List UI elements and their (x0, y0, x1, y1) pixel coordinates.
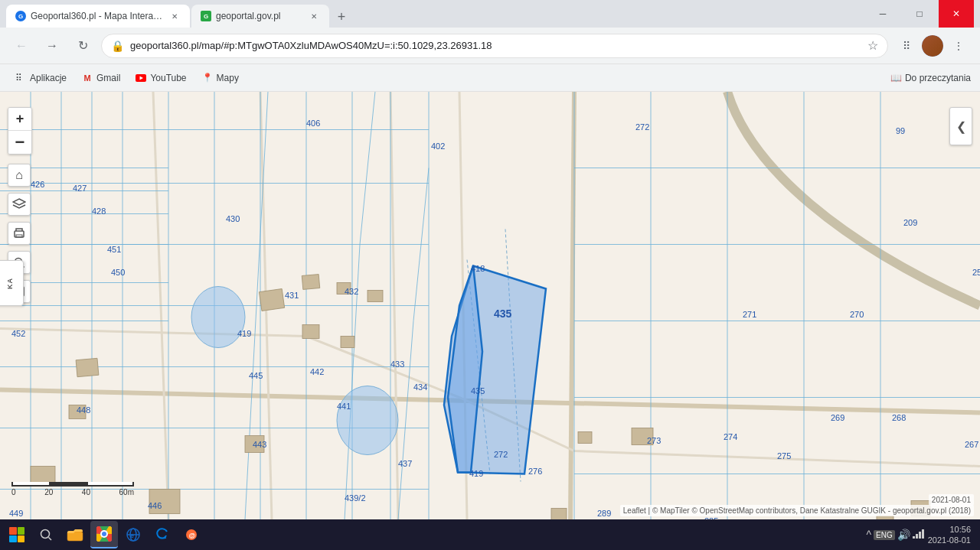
svg-text:268: 268 (892, 413, 906, 422)
forward-button[interactable]: → (40, 34, 64, 58)
map-attribution: Leaflet | © MapTiler © OpenStreetMap con… (620, 505, 974, 516)
taskbar-search-button[interactable] (32, 521, 60, 548)
print-button[interactable] (8, 222, 31, 245)
scale-20: 20 (44, 488, 53, 496)
taskbar-clock[interactable]: 10:56 2021-08-01 (928, 524, 971, 546)
minimize-button[interactable]: ─ (865, 0, 900, 28)
bookmark-gmail[interactable]: M Gmail (76, 68, 126, 88)
reload-button[interactable]: ↻ (70, 34, 95, 58)
zoom-in-button[interactable]: + (8, 108, 31, 131)
clock-date: 2021-08-01 (928, 535, 971, 545)
reading-list-icon: 📖 (890, 73, 902, 83)
taskbar-edge-button[interactable] (149, 521, 176, 548)
svg-point-4 (337, 386, 398, 455)
svg-text:269: 269 (831, 413, 844, 422)
svg-text:276: 276 (528, 467, 542, 476)
svg-text:e: e (130, 532, 134, 539)
svg-text:452: 452 (11, 329, 25, 338)
system-tray: ^ ENG 🔊 (866, 529, 924, 541)
file-explorer-button[interactable] (61, 521, 89, 548)
volume-icon[interactable]: 🔊 (897, 529, 910, 541)
tab-favicon-2: G (201, 11, 211, 21)
windows-logo (9, 527, 24, 542)
map-container[interactable]: 272 99 406 402 426 427 428 430 451 450 4… (0, 92, 980, 519)
taskbar-right: ^ ENG 🔊 10:56 2021-08-01 (866, 524, 977, 546)
url-bar[interactable]: 🔒 geoportal360.pl/map/#p:MTgwOTA0XzluMDA… (101, 34, 888, 58)
svg-text:99: 99 (896, 126, 905, 135)
tab-close-2[interactable]: ✕ (308, 10, 320, 22)
svg-text:435: 435 (494, 308, 512, 320)
svg-text:419: 419 (469, 469, 483, 478)
panel-label: KA (6, 278, 14, 289)
svg-rect-96 (913, 536, 915, 539)
svg-text:443: 443 (253, 440, 266, 449)
language-icon[interactable]: ENG (874, 530, 895, 540)
taskbar-ie-button[interactable]: e (119, 521, 147, 548)
bookmark-mapy[interactable]: 📍 Mapy (196, 68, 245, 88)
home-button[interactable]: ⌂ (8, 164, 31, 187)
svg-text:275: 275 (777, 451, 791, 461)
tab-geoportal-gov[interactable]: G geoportal.gov.pl ✕ (191, 5, 329, 28)
settings-icon[interactable]: ⋮ (946, 34, 971, 58)
svg-text:430: 430 (226, 214, 240, 223)
scale-0: 0 (11, 488, 16, 496)
taskbar-chrome-button[interactable] (90, 521, 118, 548)
back-button[interactable]: ← (9, 34, 34, 58)
svg-rect-99 (922, 529, 924, 539)
svg-text:272: 272 (635, 122, 649, 132)
svg-text:418: 418 (471, 264, 485, 273)
date-stamp: 2021-08-01 (929, 494, 974, 506)
bookmark-star-icon[interactable]: ☆ (867, 38, 878, 53)
bookmarks-bar: ⠿ Aplikacje M Gmail YouTube 📍 Mapy 📖 Do … (0, 64, 980, 92)
scale-40: 40 (82, 488, 90, 496)
svg-text:434: 434 (413, 382, 427, 392)
bookmark-youtube[interactable]: YouTube (129, 68, 192, 88)
scale-60: 60m (119, 488, 134, 496)
bookmark-aplikacje-label: Aplikacje (30, 73, 67, 83)
reading-list[interactable]: 📖 Do przeczytania (890, 73, 971, 83)
close-button[interactable]: ✕ (939, 0, 974, 28)
zoom-out-button[interactable]: − (8, 131, 31, 154)
svg-text:402: 402 (431, 142, 445, 151)
bookmark-mapy-label: Mapy (217, 73, 239, 83)
svg-point-81 (41, 530, 50, 539)
svg-text:433: 433 (390, 360, 404, 369)
svg-rect-98 (919, 532, 921, 539)
taskbar-extra-button[interactable]: @ (178, 521, 205, 548)
svg-text:442: 442 (310, 367, 324, 376)
new-tab-button[interactable]: + (331, 6, 352, 28)
collapse-icon: ❮ (956, 119, 966, 134)
maximize-button[interactable]: □ (902, 0, 937, 28)
svg-line-82 (49, 538, 52, 541)
svg-text:419: 419 (237, 329, 251, 338)
profile-button[interactable] (922, 35, 943, 57)
tray-caret-icon[interactable]: ^ (866, 529, 871, 541)
svg-text:209: 209 (903, 218, 917, 227)
map-svg: 272 99 406 402 426 427 428 430 451 450 4… (0, 92, 980, 519)
svg-text:406: 406 (306, 119, 320, 128)
tab-favicon-1: G (15, 11, 26, 21)
tab-geoportal360[interactable]: G Geoportal360.pl - Mapa Interak... ✕ (6, 5, 190, 28)
tab-strip: G Geoportal360.pl - Mapa Interak... ✕ G … (6, 0, 862, 28)
svg-rect-14 (368, 291, 383, 302)
tab-close-1[interactable]: ✕ (168, 10, 181, 22)
network-icon[interactable] (913, 529, 925, 541)
svg-text:428: 428 (92, 207, 106, 216)
url-text: geoportal360.pl/map/#p:MTgwOTA0XzluMDAwO… (130, 40, 861, 51)
gmail-icon: M (82, 73, 93, 83)
layers-button[interactable] (8, 193, 31, 216)
zoom-controls: + − (8, 107, 32, 155)
start-button[interactable] (3, 521, 31, 548)
svg-rect-16 (341, 337, 354, 348)
maps-icon: 📍 (202, 73, 213, 83)
svg-text:273: 273 (647, 436, 661, 445)
bookmark-aplikacje[interactable]: ⠿ Aplikacje (9, 68, 73, 88)
collapse-button[interactable]: ❮ (949, 107, 972, 145)
attribution-text: Leaflet | © MapTiler © OpenStreetMap con… (623, 506, 971, 515)
svg-text:25: 25 (972, 268, 980, 277)
svg-text:439/2: 439/2 (345, 493, 366, 503)
lock-icon: 🔒 (111, 40, 124, 52)
extensions-icon[interactable]: ⠿ (894, 34, 919, 58)
side-panel-toggle[interactable]: KA (0, 260, 24, 306)
reading-list-label: Do przeczytania (905, 73, 971, 83)
